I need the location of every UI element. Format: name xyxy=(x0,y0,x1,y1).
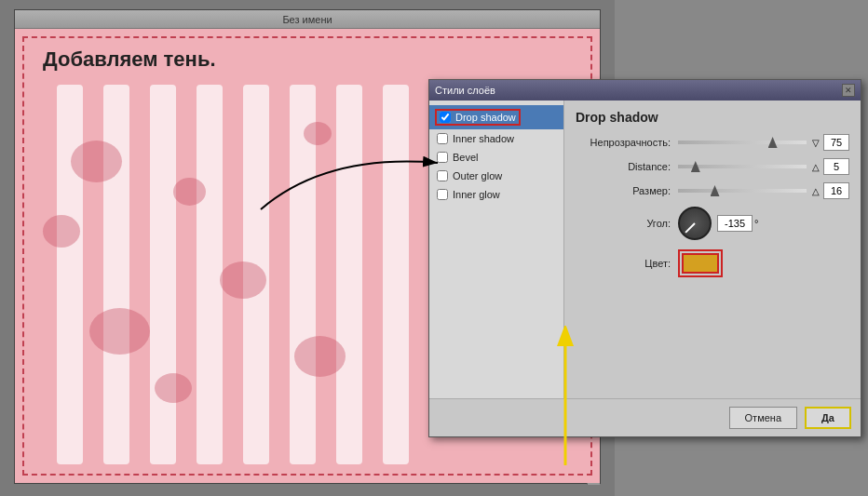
opacity-slider-thumb xyxy=(768,137,778,148)
blob-3 xyxy=(89,308,150,355)
document-title: Без имени xyxy=(282,14,332,25)
size-row: Размер: △ 16 xyxy=(576,182,849,199)
angle-value[interactable]: -135 xyxy=(717,215,753,232)
stripe-3 xyxy=(150,85,176,464)
opacity-value[interactable]: 75 xyxy=(823,134,849,151)
bevel-label: Bevel xyxy=(453,152,479,163)
drop-shadow-checkbox[interactable] xyxy=(440,112,451,123)
blob-1 xyxy=(71,141,122,182)
size-slider-thumb xyxy=(711,185,720,196)
opacity-row: Непрозрачность: ▽ 75 xyxy=(576,134,849,151)
size-arrow-icon: △ xyxy=(812,186,820,196)
opacity-arrow-icon: ▽ xyxy=(812,138,820,148)
opacity-slider[interactable] xyxy=(678,141,807,144)
color-swatch[interactable] xyxy=(682,253,719,274)
opacity-label: Непрозрачность: xyxy=(576,137,678,148)
settings-title: Drop shadow xyxy=(576,110,849,125)
drop-shadow-highlight: Drop shadow xyxy=(435,109,521,126)
dialog-titlebar: Стили слоёв ✕ xyxy=(429,80,861,101)
blob-6 xyxy=(155,373,192,403)
color-row: Цвет: xyxy=(576,249,849,277)
distance-row: Distance: △ 5 xyxy=(576,158,849,175)
degrees-symbol: ° xyxy=(754,218,758,229)
angle-needle xyxy=(685,222,695,233)
blob-2 xyxy=(43,215,80,248)
distance-slider[interactable] xyxy=(678,165,807,168)
dialog-body: Drop shadow Inner shadow Bevel Outer glo… xyxy=(429,101,861,398)
settings-panel: Drop shadow Непрозрачность: ▽ 75 Distanc… xyxy=(564,101,861,398)
dialog-footer: Отмена Да xyxy=(429,398,861,436)
dialog-close-button[interactable]: ✕ xyxy=(842,84,855,97)
stripe-4 xyxy=(197,85,223,464)
tutorial-title: Добавляем тень. xyxy=(43,47,216,72)
style-item-drop-shadow[interactable]: Drop shadow xyxy=(429,105,563,129)
layer-styles-dialog: Стили слоёв ✕ Drop shadow Inner shadow xyxy=(428,79,861,437)
distance-value[interactable]: 5 xyxy=(823,158,849,175)
angle-dial[interactable] xyxy=(678,207,712,240)
cancel-button[interactable]: Отмена xyxy=(729,407,797,429)
distance-slider-thumb xyxy=(691,161,700,172)
color-highlight xyxy=(678,249,723,277)
color-label: Цвет: xyxy=(576,258,678,269)
distance-label: Distance: xyxy=(576,161,678,172)
dialog-title: Стили слоёв xyxy=(435,85,495,96)
angle-label: Угол: xyxy=(576,218,678,229)
size-value[interactable]: 16 xyxy=(823,182,849,199)
blob-7 xyxy=(294,336,346,377)
stripe-1 xyxy=(57,85,83,464)
distance-arrow-icon: △ xyxy=(812,162,820,172)
document-titlebar: Без имени xyxy=(15,10,600,29)
inner-glow-label: Inner glow xyxy=(453,189,500,200)
blob-5 xyxy=(220,261,266,299)
size-label: Размер: xyxy=(576,185,678,196)
annotation-arrow xyxy=(251,135,456,228)
blob-4 xyxy=(173,178,206,206)
angle-row: Угол: -135 ° xyxy=(576,207,849,240)
outer-glow-label: Outer glow xyxy=(453,170,502,181)
close-icon: ✕ xyxy=(845,86,852,95)
ok-button[interactable]: Да xyxy=(805,407,851,429)
drop-shadow-label: Drop shadow xyxy=(455,112,516,123)
inner-shadow-label: Inner shadow xyxy=(453,133,514,144)
yellow-annotation-arrow xyxy=(537,326,593,475)
size-slider[interactable] xyxy=(678,189,807,193)
